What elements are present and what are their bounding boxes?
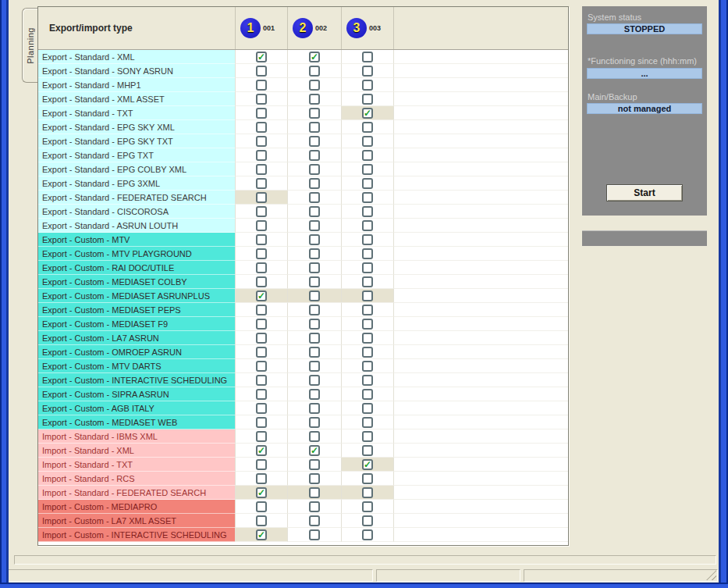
checkbox-001[interactable] [256, 375, 267, 386]
checkbox-001[interactable] [256, 305, 267, 315]
checkbox-002[interactable] [309, 389, 320, 400]
checkbox-001[interactable] [256, 164, 267, 175]
checkbox-002[interactable] [309, 108, 320, 119]
checkbox-002[interactable] [309, 375, 320, 386]
checkbox-001[interactable] [256, 333, 267, 344]
checkbox-001[interactable]: ✓ [256, 52, 267, 62]
checkbox-003[interactable] [362, 487, 373, 498]
checkbox-003[interactable] [362, 445, 373, 456]
checkbox-003[interactable] [362, 248, 373, 259]
checkbox-001[interactable] [256, 136, 267, 147]
checkbox-003[interactable] [362, 262, 373, 273]
checkbox-003[interactable]: ✓ [362, 459, 373, 470]
checkbox-003[interactable] [362, 66, 373, 77]
checkbox-002[interactable] [309, 262, 320, 273]
checkbox-003[interactable] [362, 389, 373, 400]
checkbox-002[interactable] [309, 515, 320, 526]
checkbox-002[interactable] [309, 305, 320, 315]
checkbox-002[interactable] [309, 220, 320, 231]
checkbox-003[interactable] [362, 150, 373, 161]
checkbox-001[interactable] [256, 501, 267, 512]
checkbox-001[interactable] [256, 178, 267, 189]
checkbox-003[interactable] [362, 220, 373, 231]
checkbox-001[interactable] [256, 417, 267, 428]
checkbox-001[interactable] [256, 473, 267, 484]
checkbox-003[interactable] [362, 417, 373, 428]
checkbox-001[interactable] [256, 206, 267, 217]
checkbox-002[interactable] [309, 192, 320, 203]
checkbox-003[interactable] [362, 80, 373, 91]
checkbox-001[interactable]: ✓ [256, 487, 267, 498]
checkbox-001[interactable] [256, 389, 267, 400]
checkbox-003[interactable] [362, 276, 373, 287]
checkbox-002[interactable] [309, 459, 320, 470]
checkbox-002[interactable] [309, 248, 320, 259]
checkbox-002[interactable] [309, 178, 320, 189]
checkbox-003[interactable] [362, 234, 373, 245]
checkbox-001[interactable] [256, 248, 267, 259]
checkbox-003[interactable] [362, 290, 373, 301]
checkbox-002[interactable] [309, 150, 320, 161]
checkbox-001[interactable] [256, 262, 267, 273]
checkbox-002[interactable] [309, 333, 320, 344]
checkbox-001[interactable] [256, 220, 267, 231]
checkbox-001[interactable] [256, 361, 267, 372]
checkbox-003[interactable]: ✓ [362, 108, 373, 119]
checkbox-001[interactable] [256, 192, 267, 203]
checkbox-003[interactable] [362, 94, 373, 105]
checkbox-003[interactable] [362, 164, 373, 175]
checkbox-002[interactable] [309, 431, 320, 442]
checkbox-001[interactable] [256, 94, 267, 105]
checkbox-002[interactable]: ✓ [309, 52, 320, 62]
checkbox-001[interactable] [256, 347, 267, 358]
checkbox-002[interactable] [309, 206, 320, 217]
checkbox-001[interactable] [256, 122, 267, 133]
checkbox-002[interactable] [309, 164, 320, 175]
checkbox-001[interactable]: ✓ [256, 529, 267, 540]
checkbox-002[interactable] [309, 529, 320, 540]
checkbox-002[interactable] [309, 80, 320, 91]
checkbox-002[interactable] [309, 361, 320, 372]
checkbox-001[interactable] [256, 431, 267, 442]
checkbox-003[interactable] [362, 375, 373, 386]
checkbox-002[interactable] [309, 347, 320, 358]
checkbox-002[interactable] [309, 501, 320, 512]
resize-grip[interactable] [706, 570, 716, 580]
start-button[interactable]: Start [606, 184, 683, 201]
checkbox-002[interactable] [309, 234, 320, 245]
checkbox-003[interactable] [362, 206, 373, 217]
checkbox-003[interactable] [362, 473, 373, 484]
checkbox-003[interactable] [362, 122, 373, 133]
checkbox-003[interactable] [362, 501, 373, 512]
checkbox-003[interactable] [362, 319, 373, 330]
checkbox-001[interactable] [256, 80, 267, 91]
checkbox-003[interactable] [362, 192, 373, 203]
checkbox-002[interactable] [309, 122, 320, 133]
checkbox-001[interactable] [256, 403, 267, 414]
checkbox-001[interactable] [256, 319, 267, 330]
checkbox-003[interactable] [362, 178, 373, 189]
checkbox-002[interactable] [309, 290, 320, 301]
checkbox-003[interactable] [362, 347, 373, 358]
checkbox-003[interactable] [362, 52, 373, 62]
checkbox-003[interactable] [362, 136, 373, 147]
checkbox-002[interactable] [309, 319, 320, 330]
tab-planning[interactable]: Planning [22, 8, 38, 83]
checkbox-002[interactable] [309, 403, 320, 414]
checkbox-001[interactable] [256, 150, 267, 161]
checkbox-002[interactable] [309, 66, 320, 77]
checkbox-002[interactable] [309, 487, 320, 498]
checkbox-001[interactable] [256, 66, 267, 77]
checkbox-001[interactable] [256, 276, 267, 287]
checkbox-002[interactable] [309, 473, 320, 484]
checkbox-001[interactable]: ✓ [256, 290, 267, 301]
checkbox-003[interactable] [362, 403, 373, 414]
checkbox-002[interactable] [309, 417, 320, 428]
checkbox-003[interactable] [362, 529, 373, 540]
checkbox-002[interactable] [309, 136, 320, 147]
checkbox-002[interactable] [309, 276, 320, 287]
checkbox-001[interactable] [256, 459, 267, 470]
checkbox-003[interactable] [362, 333, 373, 344]
checkbox-002[interactable] [309, 94, 320, 105]
checkbox-003[interactable] [362, 305, 373, 315]
